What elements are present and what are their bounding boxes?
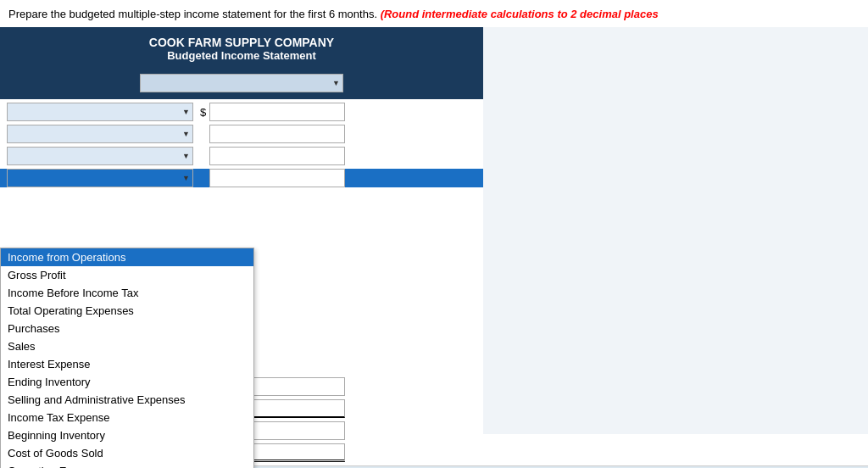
instruction-highlight: (Round intermediate calculations to 2 de… xyxy=(381,8,659,20)
page-wrapper: Prepare the budgeted multiple-step incom… xyxy=(0,0,868,468)
value-input-2[interactable] xyxy=(209,125,345,143)
dropdown-item-11[interactable]: Cost of Goods Sold xyxy=(1,444,253,462)
statement-panel: COOK FARM SUPPLY COMPANY Budgeted Income… xyxy=(0,27,483,465)
header-period-row xyxy=(0,69,483,99)
label-select-wrapper-4[interactable] xyxy=(7,169,193,187)
dropdown-item-4[interactable]: Purchases xyxy=(1,320,253,337)
income-row-1: $ xyxy=(0,103,483,121)
label-select-3[interactable] xyxy=(7,147,193,165)
value-input-3[interactable] xyxy=(209,147,345,165)
period-select[interactable] xyxy=(140,74,343,92)
instruction-main: Prepare the budgeted multiple-step incom… xyxy=(8,8,377,20)
label-select-wrapper-2[interactable] xyxy=(7,125,193,143)
statement-title: Budgeted Income Statement xyxy=(0,49,483,62)
label-select-4[interactable] xyxy=(7,169,193,187)
dropdown-item-7[interactable]: Ending Inventory xyxy=(1,373,253,391)
label-select-1[interactable] xyxy=(7,103,193,121)
dropdown-overlay: Income from Operations Gross Profit Inco… xyxy=(0,248,254,468)
dropdown-item-0[interactable]: Income from Operations xyxy=(1,248,253,266)
dropdown-item-6[interactable]: Interest Expense xyxy=(1,355,253,373)
form-container: COOK FARM SUPPLY COMPANY Budgeted Income… xyxy=(0,27,868,465)
dropdown-item-1[interactable]: Gross Profit xyxy=(1,266,253,284)
income-row-2: $ xyxy=(0,125,483,143)
dropdown-item-3[interactable]: Total Operating Expenses xyxy=(1,302,253,320)
label-select-wrapper-3[interactable] xyxy=(7,147,193,165)
dollar-sign-1: $ xyxy=(200,106,206,119)
rows-area: $ $ xyxy=(0,99,483,462)
company-name: COOK FARM SUPPLY COMPANY xyxy=(0,36,483,49)
value-input-1[interactable] xyxy=(209,103,345,121)
dropdown-item-8[interactable]: Selling and Administrative Expenses xyxy=(1,391,253,409)
right-panel xyxy=(483,27,868,434)
dropdown-item-9[interactable]: Income Tax Expense xyxy=(1,409,253,426)
income-row-4: $ xyxy=(0,169,483,187)
label-select-wrapper-1[interactable] xyxy=(7,103,193,121)
dropdown-item-10[interactable]: Beginning Inventory xyxy=(1,426,253,444)
label-select-2[interactable] xyxy=(7,125,193,143)
dropdown-item-12[interactable]: Operating Expenses xyxy=(1,462,253,468)
instruction-text: Prepare the budgeted multiple-step incom… xyxy=(0,0,868,27)
statement-header: COOK FARM SUPPLY COMPANY Budgeted Income… xyxy=(0,27,483,69)
period-select-wrapper[interactable] xyxy=(140,74,343,92)
dropdown-item-5[interactable]: Sales xyxy=(1,337,253,355)
value-input-4[interactable] xyxy=(209,169,345,187)
income-row-3: $ xyxy=(0,147,483,165)
dropdown-item-2[interactable]: Income Before Income Tax xyxy=(1,284,253,302)
rows-area-wrapper: $ $ xyxy=(0,99,483,462)
